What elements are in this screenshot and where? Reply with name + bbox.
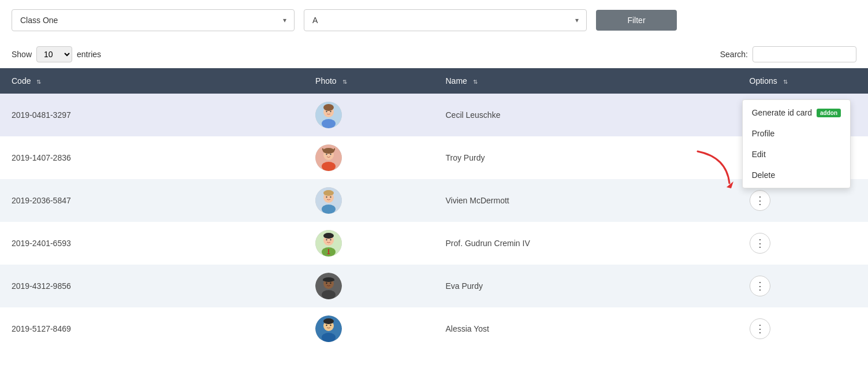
show-entries: Show 10 25 50 100 entries bbox=[12, 46, 101, 62]
svg-point-4 bbox=[330, 111, 331, 112]
table-header-row: Code ⇅ Photo ⇅ Name ⇅ Options ⇅ bbox=[0, 68, 868, 94]
svg-point-24 bbox=[323, 233, 334, 239]
options-sort-icon: ⇅ bbox=[783, 79, 788, 85]
avatar bbox=[315, 315, 342, 342]
svg-point-29 bbox=[322, 290, 336, 299]
table-row: 2019-2036-5847 Vivien McDermott⋮ bbox=[0, 179, 868, 222]
cell-code: 2019-2036-5847 bbox=[0, 179, 304, 222]
avatar bbox=[315, 273, 342, 299]
col-header-name: Name ⇅ bbox=[434, 68, 737, 94]
svg-rect-33 bbox=[323, 280, 334, 281]
svg-point-3 bbox=[326, 111, 327, 112]
table-row: 2019-5127-8469 Alessia Yost⋮ bbox=[0, 307, 868, 350]
options-menu-button[interactable]: ⋮ bbox=[750, 233, 770, 254]
svg-point-5 bbox=[323, 104, 334, 111]
cell-photo bbox=[304, 136, 434, 179]
svg-point-38 bbox=[330, 325, 331, 326]
cell-code: 2019-4312-9856 bbox=[0, 265, 304, 307]
svg-point-10 bbox=[326, 154, 327, 155]
svg-point-15 bbox=[322, 205, 336, 214]
menu-item-profile[interactable]: Profile bbox=[743, 123, 850, 144]
cell-photo bbox=[304, 179, 434, 222]
cell-name: Troy Purdy bbox=[434, 136, 737, 179]
show-label: Show bbox=[12, 50, 32, 59]
svg-point-30 bbox=[326, 283, 327, 284]
col-header-options: Options ⇅ bbox=[738, 68, 868, 94]
search-input[interactable] bbox=[752, 46, 856, 62]
avatar bbox=[315, 102, 342, 128]
col-header-photo: Photo ⇅ bbox=[304, 68, 434, 94]
class-dropdown-wrapper[interactable]: Class One Class Two Class Three ▾ bbox=[12, 9, 295, 31]
class-dropdown[interactable]: Class One Class Two Class Three bbox=[12, 9, 295, 31]
svg-point-12 bbox=[323, 148, 334, 154]
cell-photo bbox=[304, 222, 434, 265]
avatar bbox=[315, 230, 342, 257]
photo-sort-icon: ⇅ bbox=[342, 79, 347, 85]
svg-point-17 bbox=[330, 196, 331, 198]
svg-point-39 bbox=[323, 318, 334, 324]
cell-code: 2019-5127-8469 bbox=[0, 307, 304, 350]
menu-item-edit[interactable]: Edit bbox=[743, 144, 850, 165]
svg-point-22 bbox=[326, 239, 327, 240]
cell-code: 2019-2401-6593 bbox=[0, 222, 304, 265]
menu-item-generate-id[interactable]: Generate id cardaddon bbox=[743, 102, 850, 123]
menu-item-delete[interactable]: Delete bbox=[743, 165, 850, 185]
cell-name: Cecil Leuschke bbox=[434, 94, 737, 136]
options-menu-button[interactable]: ⋮ bbox=[750, 318, 770, 339]
svg-point-9 bbox=[322, 162, 336, 171]
cell-options: ⋮ bbox=[738, 265, 868, 307]
name-sort-icon: ⇅ bbox=[473, 79, 478, 85]
entries-select[interactable]: 10 25 50 100 bbox=[36, 46, 72, 62]
cell-name: Prof. Gudrun Cremin IV bbox=[434, 222, 737, 265]
svg-point-11 bbox=[330, 154, 331, 155]
group-dropdown-wrapper[interactable]: A B C ▾ bbox=[304, 9, 587, 31]
svg-point-36 bbox=[322, 333, 336, 342]
col-header-code: Code ⇅ bbox=[0, 68, 304, 94]
cell-photo bbox=[304, 94, 434, 136]
svg-point-31 bbox=[330, 283, 331, 284]
svg-point-37 bbox=[326, 325, 327, 326]
avatar bbox=[315, 187, 342, 214]
table-row: 2019-2401-6593 Prof. Gudrun Cremin IV⋮ bbox=[0, 222, 868, 265]
search-label: Search: bbox=[720, 50, 748, 59]
cell-photo bbox=[304, 265, 434, 307]
svg-rect-25 bbox=[328, 249, 329, 252]
cell-name: Eva Purdy bbox=[434, 265, 737, 307]
addon-badge: addon bbox=[817, 109, 841, 117]
svg-point-23 bbox=[330, 239, 331, 240]
code-sort-icon: ⇅ bbox=[36, 79, 41, 85]
cell-name: Alessia Yost bbox=[434, 307, 737, 350]
cell-code: 2019-1407-2836 bbox=[0, 136, 304, 179]
controls-bar: Show 10 25 50 100 entries Search: bbox=[0, 40, 868, 68]
group-dropdown[interactable]: A B C bbox=[304, 9, 587, 31]
filter-button[interactable]: Filter bbox=[596, 10, 677, 31]
avatar bbox=[315, 144, 342, 171]
options-dropdown-menu: Generate id cardaddonProfileEditDelete bbox=[742, 99, 851, 188]
students-table: Code ⇅ Photo ⇅ Name ⇅ Options ⇅ 2019-048… bbox=[0, 68, 868, 350]
cell-photo bbox=[304, 307, 434, 350]
cell-options: ⋮ bbox=[738, 222, 868, 265]
cell-options: ⋮ bbox=[738, 307, 868, 350]
search-bar: Search: bbox=[720, 46, 856, 62]
options-menu-button[interactable]: ⋮ bbox=[750, 276, 770, 296]
entries-label: entries bbox=[77, 50, 101, 59]
svg-point-2 bbox=[322, 119, 336, 128]
cell-code: 2019-0481-3297 bbox=[0, 94, 304, 136]
svg-point-16 bbox=[326, 196, 327, 198]
svg-point-18 bbox=[323, 190, 334, 196]
cell-name: Vivien McDermott bbox=[434, 179, 737, 222]
table-row: 2019-4312-9856 Eva Purdy⋮ bbox=[0, 265, 868, 307]
table-row: 2019-1407-2836 Troy Purdy⋮ bbox=[0, 136, 868, 179]
table-row: 2019-0481-3297 Cecil Leuschke⋮Generate i… bbox=[0, 94, 868, 136]
top-bar: Class One Class Two Class Three ▾ A B C … bbox=[0, 0, 868, 40]
cell-options: ⋮Generate id cardaddonProfileEditDelete bbox=[738, 94, 868, 136]
options-menu-button[interactable]: ⋮ bbox=[750, 190, 770, 211]
